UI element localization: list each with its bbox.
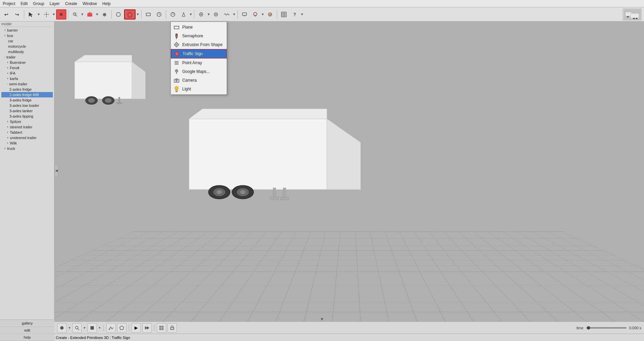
sidebar-item-trailer[interactable]: - trailer: [1, 54, 53, 60]
svg-rect-105: [162, 326, 163, 328]
sidebar-item-wilk[interactable]: + Wilk: [1, 140, 53, 146]
zoom-dropdown[interactable]: ▼: [81, 12, 84, 16]
sphere-dropdown[interactable]: ▼: [68, 326, 71, 330]
cut-button[interactable]: [179, 9, 189, 19]
clock-button[interactable]: [154, 9, 164, 19]
help-dropdown[interactable]: ▼: [300, 12, 304, 16]
menu-item-google-maps[interactable]: Google Maps...: [171, 67, 227, 76]
circle-button[interactable]: [113, 9, 123, 19]
menu-item-camera[interactable]: Camera: [171, 76, 227, 85]
sidebar-item-semi-trailer[interactable]: - semi-trailer: [1, 81, 53, 87]
edit-button[interactable]: edit: [0, 327, 54, 334]
primitives-button[interactable]: [85, 9, 95, 19]
menu-item-plane[interactable]: Plane: [171, 23, 227, 32]
polygon-button[interactable]: [117, 323, 126, 333]
brush-button[interactable]: [250, 9, 260, 19]
screen-button[interactable]: [239, 9, 250, 19]
menu-item-traffic-sign[interactable]: ! Traffic Sign: [171, 49, 227, 58]
sidebar-item-2axles-fridge[interactable]: 2-axles fridge: [1, 87, 53, 92]
gallery-button[interactable]: gallery: [0, 320, 54, 327]
camera-view-button[interactable]: [196, 9, 206, 19]
label-karfa: karfa: [10, 77, 18, 81]
menu-item-semaphore[interactable]: Semaphore: [171, 32, 227, 40]
create-dropdown[interactable]: ▼: [136, 12, 140, 16]
help-sidebar-button[interactable]: help: [0, 334, 54, 341]
play-button[interactable]: ▶: [131, 323, 141, 333]
square-view-button[interactable]: [87, 323, 97, 333]
menu-create[interactable]: Create: [62, 1, 80, 7]
redo-button[interactable]: ↪: [12, 9, 22, 19]
sidebar-item-truck[interactable]: + truck: [1, 146, 53, 151]
wave-dropdown[interactable]: ▼: [232, 12, 236, 16]
sidebar-item-buerstner[interactable]: + Buerstner: [1, 60, 53, 65]
label-ifa: IFA: [10, 71, 15, 75]
move-button[interactable]: ⊕: [100, 9, 110, 19]
select-button[interactable]: [26, 9, 36, 19]
sidebar-item-2axles-fridge-40ft[interactable]: 2-axles fridge 40ft: [1, 92, 53, 97]
delete-button[interactable]: ✕: [56, 9, 66, 19]
toolbar-separator-8: [277, 10, 277, 19]
viewport[interactable]: [54, 22, 644, 322]
select-dropdown[interactable]: ▼: [37, 12, 40, 16]
svg-point-10: [116, 12, 120, 16]
sidebar-item-karfa[interactable]: + karfa: [1, 76, 53, 81]
sidebar-item-fendt[interactable]: + Fendt: [1, 65, 53, 71]
time-slider[interactable]: [586, 327, 627, 329]
sidebar-item-ifa[interactable]: + IFA: [1, 71, 53, 76]
menu-item-light[interactable]: Light: [171, 85, 227, 93]
sidebar-item-3axles-low-loader[interactable]: 3-axles low loader: [1, 103, 53, 108]
fire-button[interactable]: [265, 9, 275, 19]
menu-project[interactable]: Project: [0, 1, 18, 7]
menu-help[interactable]: Help: [100, 1, 113, 7]
zoom-button[interactable]: [70, 9, 80, 19]
transform-button[interactable]: [41, 9, 51, 19]
traffic-sign-icon: !: [174, 51, 180, 57]
sidebar-item-bus[interactable]: + bus: [1, 33, 53, 38]
sidebar-collapse-handle[interactable]: ◀: [54, 164, 59, 177]
sidebar-section-model: model + barrier + bus car motorcycle mul…: [0, 20, 54, 152]
undo-button[interactable]: ↩: [1, 9, 11, 19]
brush-dropdown[interactable]: ▼: [261, 12, 264, 16]
target-button[interactable]: [211, 9, 221, 19]
help-button[interactable]: ?: [290, 9, 300, 19]
square-view-dropdown[interactable]: ▼: [98, 326, 101, 330]
sidebar-item-multibody[interactable]: multibody: [1, 49, 53, 54]
sidebar-item-barrier[interactable]: + barrier: [1, 28, 53, 33]
primitives-dropdown[interactable]: ▼: [96, 12, 99, 16]
transform-dropdown[interactable]: ▼: [52, 12, 55, 16]
sidebar-item-3axles-tipping[interactable]: 3-axles tipping: [1, 114, 53, 119]
wave-button[interactable]: [222, 9, 232, 19]
measure-button[interactable]: [168, 9, 178, 19]
menu-group[interactable]: Group: [30, 1, 47, 7]
sphere-button[interactable]: [57, 323, 67, 333]
cut-dropdown[interactable]: ▼: [189, 12, 193, 16]
camera-dropdown[interactable]: ▼: [207, 12, 210, 16]
menu-layer[interactable]: Layer: [47, 1, 62, 7]
viewport-bottom-arrow[interactable]: ▼: [319, 317, 326, 322]
sidebar-item-unsteered-trailer[interactable]: + unsteered trailer: [1, 135, 53, 140]
label-wilk: Wilk: [10, 141, 17, 145]
svg-point-44: [633, 18, 635, 19]
print-button[interactable]: [167, 323, 177, 333]
zoom-view-button[interactable]: [72, 323, 82, 333]
sidebar-item-3axles-tanker[interactable]: 3-axles tanker: [1, 108, 53, 114]
sidebar-item-spitzer[interactable]: + Spitzer: [1, 119, 53, 124]
grid-toggle-button[interactable]: [279, 9, 289, 19]
section-label-model: model: [1, 21, 53, 27]
label-2axles-fridge-40ft: 2-axles fridge 40ft: [9, 93, 39, 97]
menu-window[interactable]: Window: [80, 1, 100, 7]
menu-edit[interactable]: Edit: [18, 1, 30, 7]
menu-item-point-array[interactable]: Point Array: [171, 58, 227, 67]
sidebar-item-steered-trailer[interactable]: + steered trailer: [1, 124, 53, 130]
zoom-view-dropdown[interactable]: ▼: [83, 326, 86, 330]
menu-item-extrusion[interactable]: Extrusion From Shape: [171, 40, 227, 49]
path-button[interactable]: [106, 323, 116, 333]
skip-forward-button[interactable]: [142, 323, 152, 333]
sidebar-item-car[interactable]: car: [1, 38, 53, 44]
create-primitives-button[interactable]: !: [124, 9, 136, 19]
rectangle-button[interactable]: [143, 9, 153, 19]
sidebar-item-motorcycle[interactable]: motorcycle: [1, 44, 53, 49]
sidebar-item-3axles-fridge[interactable]: 3-axles fridge: [1, 97, 53, 103]
sidebar-item-tabbert[interactable]: + Tabbert: [1, 130, 53, 135]
grid-view-button[interactable]: [157, 323, 166, 333]
